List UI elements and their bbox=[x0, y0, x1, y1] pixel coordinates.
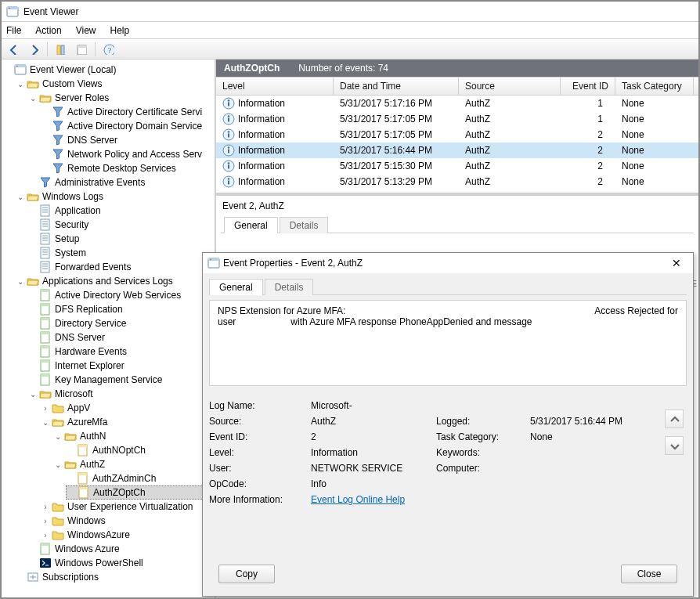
cell-source: AuthZ bbox=[459, 158, 561, 174]
tree-item[interactable]: Hardware Events bbox=[28, 345, 215, 359]
cell-time: 5/31/2017 5:17:16 PM bbox=[334, 96, 459, 111]
lab-source: Source: bbox=[209, 416, 311, 427]
tree-item[interactable]: Setup bbox=[28, 232, 215, 246]
tree-item[interactable]: Key Management Service bbox=[28, 373, 215, 387]
tree-item[interactable]: Active Directory Certificate Servi bbox=[41, 105, 215, 119]
expander-icon[interactable]: ⌄ bbox=[16, 193, 25, 201]
event-log-online-help-link[interactable]: Event Log Online Help bbox=[311, 494, 405, 505]
forward-button[interactable] bbox=[25, 41, 42, 58]
menu-file[interactable]: File bbox=[6, 25, 21, 36]
event-list-header[interactable]: Level Date and Time Source Event ID Task… bbox=[216, 78, 698, 96]
tree-item[interactable]: Application bbox=[28, 204, 215, 218]
tree-item[interactable]: Windows Azure bbox=[28, 542, 215, 556]
val-level: Information bbox=[311, 447, 436, 458]
event-row[interactable]: Information 5/31/2017 5:17:16 PM AuthZ 1… bbox=[216, 96, 698, 111]
tree-item[interactable]: Network Policy and Access Serv bbox=[41, 147, 215, 161]
expander-icon[interactable]: ⌄ bbox=[41, 418, 50, 427]
back-button[interactable] bbox=[5, 41, 22, 58]
expander-icon[interactable]: ⌄ bbox=[16, 80, 25, 88]
separator bbox=[95, 42, 96, 56]
folder-icon bbox=[52, 500, 64, 513]
log-header-strip: AuthZOptCh Number of events: 74 bbox=[216, 60, 698, 77]
tree-custom-views[interactable]: ⌄Custom Views bbox=[16, 77, 215, 91]
col-taskcat[interactable]: Task Category bbox=[615, 78, 694, 95]
tree-item[interactable]: Remote Desktop Services bbox=[41, 161, 215, 175]
tree-item[interactable]: ›AppV bbox=[41, 401, 215, 415]
tree-item[interactable]: Security bbox=[28, 218, 215, 232]
lab-opcode: OpCode: bbox=[209, 478, 311, 489]
event-row[interactable]: Information 5/31/2017 5:15:30 PM AuthZ 2… bbox=[216, 158, 698, 174]
col-eventid[interactable]: Event ID bbox=[561, 78, 615, 95]
tree-root[interactable]: Event Viewer (Local) bbox=[3, 63, 215, 77]
help-button[interactable] bbox=[100, 41, 117, 58]
close-icon[interactable]: ✕ bbox=[665, 257, 688, 269]
tab-general[interactable]: General bbox=[224, 217, 278, 233]
tree-item[interactable]: AuthNOptCh bbox=[66, 443, 215, 457]
tree-item[interactable]: ›WindowsAzure bbox=[41, 528, 215, 542]
col-source[interactable]: Source bbox=[459, 78, 561, 95]
tree-item[interactable]: Windows PowerShell bbox=[28, 556, 215, 570]
close-button[interactable]: Close bbox=[621, 565, 677, 583]
tab-details[interactable]: Details bbox=[280, 217, 329, 233]
tree-microsoft[interactable]: ⌄Microsoft bbox=[28, 387, 215, 401]
expander-icon[interactable]: ⌄ bbox=[16, 277, 25, 286]
log-icon bbox=[39, 345, 52, 358]
columns-button[interactable] bbox=[52, 41, 70, 58]
msg-text: with Azure MFA response PhoneAppDenied a… bbox=[290, 316, 532, 327]
tree-admin-events[interactable]: Administrative Events bbox=[28, 175, 215, 189]
tree-apps-services-logs[interactable]: ⌄Applications and Services Logs bbox=[16, 274, 215, 288]
tree-item[interactable]: ›Windows bbox=[41, 514, 215, 528]
tree-item[interactable]: Forwarded Events bbox=[28, 260, 215, 274]
event-list[interactable]: Information 5/31/2017 5:17:16 PM AuthZ 1… bbox=[216, 96, 698, 189]
expander-icon[interactable]: ⌄ bbox=[53, 432, 63, 441]
tree-item[interactable]: DNS Server bbox=[28, 330, 215, 345]
tree-authz[interactable]: ⌄AuthZ bbox=[53, 457, 215, 471]
expander-icon[interactable]: › bbox=[41, 503, 50, 511]
info-icon bbox=[222, 175, 235, 188]
event-row[interactable]: Information 5/31/2017 5:17:05 PM AuthZ 2… bbox=[216, 127, 698, 143]
navigation-tree[interactable]: Event Viewer (Local) ⌄Custom Views ⌄Serv… bbox=[2, 60, 216, 597]
tree-item[interactable]: Active Directory Web Services bbox=[28, 288, 215, 302]
next-event-button[interactable] bbox=[665, 436, 684, 455]
tree-item[interactable]: System bbox=[28, 246, 215, 260]
tree-authn[interactable]: ⌄AuthN bbox=[53, 429, 215, 443]
log-icon bbox=[39, 218, 52, 231]
expander-icon[interactable]: › bbox=[41, 531, 50, 539]
tree-item[interactable]: Active Directory Domain Service bbox=[41, 119, 215, 133]
expander-icon[interactable]: ⌄ bbox=[53, 460, 63, 469]
tree-item[interactable]: Directory Service bbox=[28, 316, 215, 330]
tree-windows-logs[interactable]: ⌄Windows Logs bbox=[16, 189, 215, 204]
tree-item[interactable]: Internet Explorer bbox=[28, 359, 215, 373]
menu-action[interactable]: Action bbox=[35, 25, 61, 36]
tree-item[interactable]: DNS Server bbox=[41, 133, 215, 147]
event-row[interactable]: Information 5/31/2017 5:17:05 PM AuthZ 1… bbox=[216, 111, 698, 127]
tree-item[interactable]: AuthZAdminCh bbox=[66, 471, 215, 485]
tree-item[interactable]: ›User Experience Virtualization bbox=[41, 500, 215, 514]
menu-view[interactable]: View bbox=[76, 25, 96, 36]
prev-event-button[interactable] bbox=[665, 410, 684, 428]
event-row[interactable]: Information 5/31/2017 5:16:44 PM AuthZ 2… bbox=[216, 143, 698, 158]
dlg-tab-general[interactable]: General bbox=[209, 279, 263, 295]
properties-button[interactable] bbox=[73, 41, 90, 58]
dialog-titlebar[interactable]: Event Properties - Event 2, AuthZ ✕ bbox=[203, 253, 693, 273]
event-message: NPS Extension for Azure MFA: Access Reje… bbox=[209, 300, 687, 386]
tree-server-roles[interactable]: ⌄Server Roles bbox=[28, 91, 215, 105]
expander-icon[interactable]: › bbox=[41, 404, 50, 413]
expander-icon[interactable]: ⌄ bbox=[28, 94, 38, 103]
dlg-tab-details[interactable]: Details bbox=[265, 279, 314, 295]
col-level[interactable]: Level bbox=[216, 78, 334, 95]
tree-item[interactable]: DFS Replication bbox=[28, 302, 215, 316]
val-logname: Microsoft- bbox=[311, 400, 655, 411]
col-date[interactable]: Date and Time bbox=[334, 78, 459, 95]
tree-azuremfa[interactable]: ⌄AzureMfa bbox=[41, 415, 215, 429]
lab-logged: Logged: bbox=[436, 416, 530, 427]
menu-help[interactable]: Help bbox=[110, 25, 130, 36]
event-row[interactable]: Information 5/31/2017 5:13:29 PM AuthZ 2… bbox=[216, 174, 698, 189]
filter-icon bbox=[52, 134, 64, 146]
expander-icon[interactable]: › bbox=[41, 517, 50, 525]
app-icon bbox=[6, 5, 19, 18]
copy-button[interactable]: Copy bbox=[218, 565, 275, 583]
expander-icon[interactable]: ⌄ bbox=[28, 390, 38, 399]
tree-subscriptions[interactable]: Subscriptions bbox=[16, 570, 215, 584]
tree-authzoptch[interactable]: AuthZOptCh bbox=[66, 485, 215, 500]
